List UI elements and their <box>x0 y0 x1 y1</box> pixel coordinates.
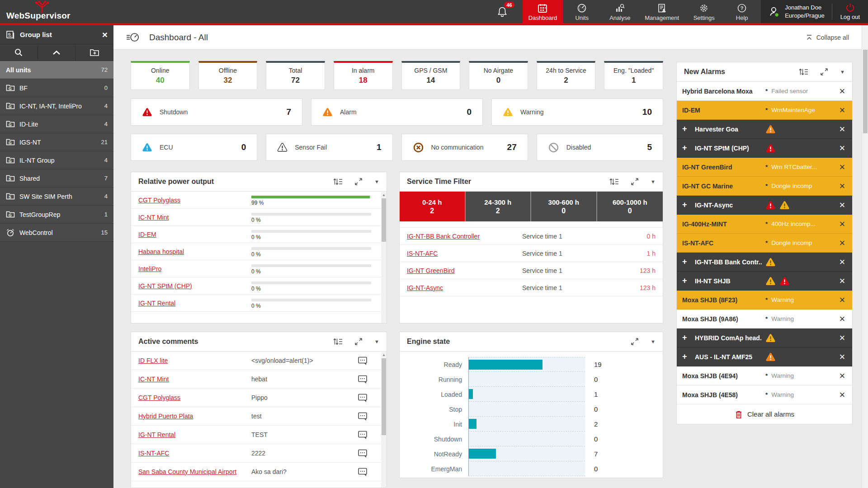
alarm-row-ig-nt-gc-marine[interactable]: IG-NT GC Marine*Dongle incomp× <box>677 177 852 196</box>
status-card-24h-to-service[interactable]: 24h to Service2 <box>537 61 596 90</box>
unit-link-san-saba-county-municipal-airport[interactable]: San Saba County Municipal Airport <box>138 468 251 475</box>
status-card-online[interactable]: Online40 <box>131 61 190 90</box>
comment-bubble-icon[interactable] <box>358 393 368 403</box>
unit-link-ig-nt-bb-bank-controller[interactable]: IG-NT-BB Bank Controller <box>407 233 522 240</box>
expand-icon[interactable] <box>354 338 363 346</box>
menu-settings[interactable]: Settings <box>685 0 723 23</box>
chevron-down-icon[interactable]: ▼ <box>374 339 379 344</box>
expand-alarm-button[interactable]: + <box>682 143 691 153</box>
menu-management[interactable]: Management <box>639 0 685 23</box>
expand-icon[interactable] <box>820 68 828 76</box>
unit-link-intelipro[interactable]: InteliPro <box>138 265 251 272</box>
alarm-card-alarm[interactable]: Alarm0 <box>311 99 483 126</box>
scrollbar-thumb[interactable] <box>863 50 868 133</box>
sidebar-group-ic-nt-ia-nt-intelipro[interactable]: GIC-NT, IA-NT, InteliPro4 <box>0 97 113 115</box>
unit-link-ig-nt-sptm-chp[interactable]: IG-NT SPtM (CHP) <box>138 282 251 290</box>
expand-alarm-button[interactable]: + <box>682 257 691 267</box>
dismiss-alarm-button[interactable]: × <box>838 162 847 172</box>
alarm-row-hybrid-comap-head[interactable]: +HYBRID ComAp head...× <box>677 328 852 347</box>
dismiss-alarm-button[interactable]: × <box>838 371 847 381</box>
alarm-card-no-communication[interactable]: No communication27 <box>401 134 528 161</box>
alarm-card-ecu[interactable]: ECU0 <box>131 134 257 161</box>
status-card-offline[interactable]: Offline32 <box>198 61 258 90</box>
status-card-no-airgate[interactable]: No Airgate0 <box>469 61 528 90</box>
alarm-row-ih-nt-shjb[interactable]: +IH-NT SHJB× <box>677 272 852 291</box>
unit-link-is-nt-afc[interactable]: IS-NT-AFC <box>407 250 522 257</box>
expand-alarm-button[interactable]: + <box>682 276 691 286</box>
chevron-down-icon[interactable]: ▼ <box>651 339 656 344</box>
unit-link-ic-nt-mint[interactable]: IC-NT Mint <box>138 375 251 383</box>
unit-link-habana-hospital[interactable]: Habana hospital <box>138 248 251 255</box>
sidebar-group-shared[interactable]: SShared7 <box>0 169 113 188</box>
dismiss-alarm-button[interactable]: × <box>838 352 847 362</box>
expand-alarm-button[interactable]: + <box>682 124 691 134</box>
alarm-card-sensor-fail[interactable]: Sensor Fail1 <box>266 134 392 161</box>
alarm-row-harvester-goa[interactable]: +Harvester Goa× <box>677 120 852 139</box>
alarm-row-moxa-shjb-4e58[interactable]: Moxa SHJB (4E58)*Warning× <box>677 385 852 404</box>
close-sidebar-button[interactable]: × <box>102 30 108 39</box>
chevron-down-icon[interactable]: ▼ <box>651 179 656 184</box>
expand-icon[interactable] <box>631 178 639 186</box>
unit-link-id-em[interactable]: ID-EM <box>138 231 251 238</box>
dismiss-alarm-button[interactable]: × <box>838 257 847 267</box>
dismiss-alarm-button[interactable]: × <box>838 181 847 191</box>
alarm-row-moxa-shjb-8f23[interactable]: Moxa SHJB (8F23)*Warning× <box>677 291 852 310</box>
search-groups-button[interactable] <box>0 44 38 61</box>
service-tab-600-1000-h[interactable]: 600-1000 h0 <box>597 192 663 221</box>
comment-bubble-icon[interactable] <box>358 375 368 384</box>
status-card-total[interactable]: Total72 <box>266 61 325 90</box>
service-tab-24-300-h[interactable]: 24-300 h2 <box>466 192 532 221</box>
sidebar-group-il-nt-group[interactable]: GIL-NT Group4 <box>0 151 113 169</box>
dismiss-alarm-button[interactable]: × <box>838 333 847 343</box>
sort-icon[interactable] <box>333 178 343 185</box>
sidebar-group-sw-site-sim-perth[interactable]: SSW Site SIM Perth4 <box>0 188 113 206</box>
status-card-gps-gsm[interactable]: GPS / GSM14 <box>401 61 461 90</box>
alarm-row-aus-il-nt-amf25[interactable]: +AUS - IL-NT AMF25× <box>677 347 852 366</box>
unit-link-cgt-polyglass[interactable]: CGT Polyglass <box>138 394 251 401</box>
comment-bubble-icon[interactable] <box>358 467 368 477</box>
alarm-row-id-em[interactable]: ID-EM*WrnMaintenAge× <box>677 101 852 120</box>
alarm-row-is-nt-afc[interactable]: IS-NT-AFC*Dongle incomp× <box>677 234 852 253</box>
chevron-down-icon[interactable]: ▼ <box>840 69 845 75</box>
dismiss-alarm-button[interactable]: × <box>838 105 847 115</box>
menu-dashboard[interactable]: Dashboard <box>523 0 563 23</box>
dismiss-alarm-button[interactable]: × <box>838 200 847 210</box>
sidebar-group-igs-nt[interactable]: GIGS-NT21 <box>0 133 113 151</box>
unit-link-ig-nt-rental[interactable]: IG-NT Rental <box>138 431 251 438</box>
alarm-row-ig-400hz-mint[interactable]: IG-400Hz-MINT*400Hz incomp...× <box>677 215 852 234</box>
sort-icon[interactable] <box>798 68 808 75</box>
dismiss-alarm-button[interactable]: × <box>838 124 847 134</box>
clear-all-alarms-button[interactable]: Clear all alarms <box>677 404 852 424</box>
unit-link-cgt-polyglass[interactable]: CGT Polyglass <box>138 197 251 204</box>
unit-link-hybrid-puerto-plata[interactable]: Hybrid Puerto Plata <box>138 413 251 420</box>
dismiss-alarm-button[interactable]: × <box>838 143 847 153</box>
unit-link-is-nt-afc[interactable]: IS-NT-AFC <box>138 450 251 457</box>
sidebar-group-id-lite[interactable]: GID-Lite4 <box>0 115 113 133</box>
logout-button[interactable]: Log out <box>832 3 868 20</box>
status-card-in-alarm[interactable]: In alarm18 <box>334 61 393 90</box>
sort-icon[interactable] <box>333 338 343 345</box>
dismiss-alarm-button[interactable]: × <box>838 219 847 229</box>
alarm-card-disabled[interactable]: Disabled5 <box>537 134 663 161</box>
dismiss-alarm-button[interactable]: × <box>838 390 847 400</box>
unit-link-ig-nt-greenbird[interactable]: IG-NT GreenBird <box>407 267 522 274</box>
expand-icon[interactable] <box>631 338 639 346</box>
sort-icon[interactable] <box>609 178 619 185</box>
notifications-bell-button[interactable]: 46 <box>497 0 507 23</box>
sidebar-group-bf[interactable]: GBF0 <box>0 79 113 97</box>
sidebar-group-testgrouprep[interactable]: GTestGroupRep1 <box>0 206 113 224</box>
unit-link-ig-nt-async[interactable]: IG-NT-Async <box>407 284 522 291</box>
alarm-row-hybrid-barcelona-moxa[interactable]: Hybrid Barcelona Moxa*Failed sensor× <box>677 82 852 101</box>
unit-link-ig-nt-rental[interactable]: IG-NT Rental <box>138 300 251 307</box>
alarm-row-moxa-shjb-4e94[interactable]: Moxa SHJB (4E94)*Warning× <box>677 366 852 385</box>
expand-alarm-button[interactable]: + <box>682 200 691 210</box>
chevron-down-icon[interactable]: ▼ <box>374 179 379 184</box>
expand-icon[interactable] <box>354 178 363 186</box>
unit-link-ic-nt-mint[interactable]: IC-NT Mint <box>138 214 251 221</box>
dismiss-alarm-button[interactable]: × <box>838 314 847 324</box>
service-tab-0-24-h[interactable]: 0-24 h2 <box>400 192 466 221</box>
service-tab-300-600-h[interactable]: 300-600 h0 <box>531 192 597 221</box>
alarm-card-shutdown[interactable]: Shutdown7 <box>131 99 302 126</box>
alarm-card-warning[interactable]: Warning10 <box>491 99 663 126</box>
comment-bubble-icon[interactable] <box>358 412 368 421</box>
